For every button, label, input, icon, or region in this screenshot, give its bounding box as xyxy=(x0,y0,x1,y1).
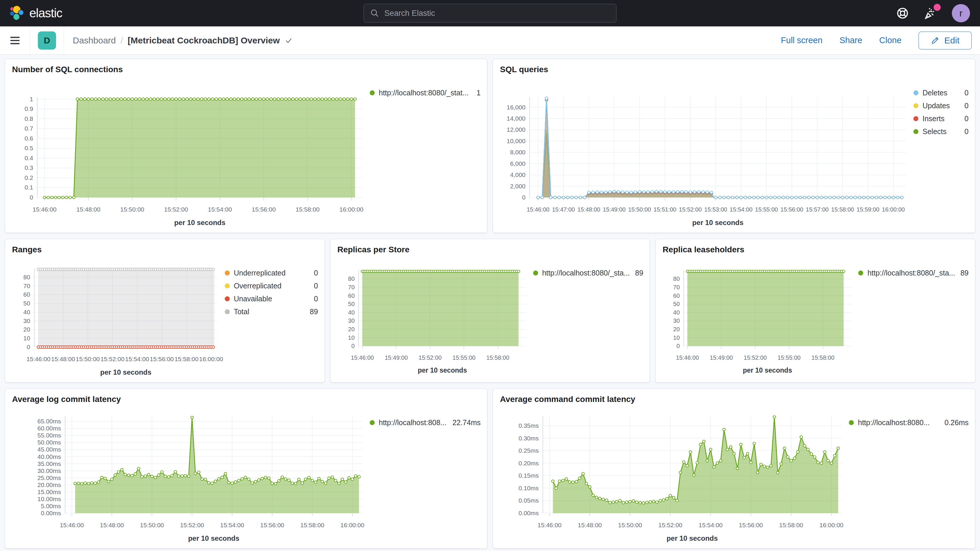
svg-text:per 10 seconds: per 10 seconds xyxy=(692,218,743,226)
full-screen-button[interactable]: Full screen xyxy=(781,35,822,45)
svg-text:70: 70 xyxy=(24,283,30,289)
legend-series-dot-icon xyxy=(913,116,918,121)
panel-replica-leaseholders: Replica leaseholders 8070605040302010015… xyxy=(655,239,975,382)
dashboard-badge[interactable]: D xyxy=(38,32,56,49)
legend-label: Inserts xyxy=(923,114,945,123)
breadcrumb-dashboard-link[interactable]: Dashboard xyxy=(73,35,116,46)
svg-text:15:59:00: 15:59:00 xyxy=(856,206,879,213)
svg-text:15:49:00: 15:49:00 xyxy=(710,354,733,361)
svg-text:per 10 seconds: per 10 seconds xyxy=(188,534,239,542)
svg-text:15:56:00: 15:56:00 xyxy=(781,206,803,213)
svg-text:30: 30 xyxy=(348,317,355,324)
svg-text:15:58:00: 15:58:00 xyxy=(486,354,509,361)
legend-series-dot-icon xyxy=(225,271,230,276)
svg-text:0: 0 xyxy=(27,344,30,350)
legend-value: 0 xyxy=(309,281,318,290)
legend-item[interactable]: http://localhost:808...22.74ms xyxy=(370,418,480,427)
legend-item[interactable]: Unavailable0 xyxy=(225,294,318,303)
svg-text:15:50:00: 15:50:00 xyxy=(140,522,164,529)
legend-label: http://localhost:8080/_stat... xyxy=(379,88,469,97)
svg-text:15:53:00: 15:53:00 xyxy=(704,206,727,213)
legend-series-dot-icon xyxy=(858,271,863,276)
svg-text:6,000: 6,000 xyxy=(510,160,525,167)
avatar-initial: r xyxy=(959,8,963,19)
legend-item[interactable]: http://localhost:8080/_sta...89 xyxy=(858,268,969,277)
user-avatar[interactable]: r xyxy=(952,4,970,22)
legend-label: Total xyxy=(234,307,250,316)
legend-item[interactable]: http://localhost:8080/_stat...1 xyxy=(370,88,480,97)
svg-text:15:54:00: 15:54:00 xyxy=(698,522,723,529)
svg-text:15:54:00: 15:54:00 xyxy=(730,206,752,213)
legend-item[interactable]: http://localhost:8080...0.26ms xyxy=(849,418,969,427)
svg-text:0.10ms: 0.10ms xyxy=(519,485,539,491)
chart-replicas-per-store[interactable]: 8070605040302010015:46:0015:49:0015:52:0… xyxy=(330,260,533,382)
svg-text:0.6: 0.6 xyxy=(25,135,33,142)
svg-text:5.00ms: 5.00ms xyxy=(41,503,61,510)
share-button[interactable]: Share xyxy=(840,35,862,45)
legend-item[interactable]: http://localhost:8080/_sta...89 xyxy=(533,268,643,277)
chart-avg-log-commit-latency[interactable]: 65.00ms60.00ms55.00ms50.00ms45.00ms40.00… xyxy=(5,409,370,548)
svg-text:40: 40 xyxy=(24,309,30,315)
chart-number-of-sql-connections[interactable]: 10.90.80.70.60.50.40.30.20.1015:46:0015:… xyxy=(5,80,370,233)
panel-avg-log-commit-latency: Average log commit latency 65.00ms60.00m… xyxy=(5,389,487,549)
legend-series-dot-icon xyxy=(533,271,538,276)
chart-sql-queries[interactable]: 16,00014,00012,00010,0008,0006,0004,0002… xyxy=(493,80,913,233)
svg-text:2,000: 2,000 xyxy=(510,183,525,190)
svg-text:15.00ms: 15.00ms xyxy=(37,489,61,495)
svg-text:40.00ms: 40.00ms xyxy=(37,453,61,460)
svg-text:per 10 seconds: per 10 seconds xyxy=(743,366,792,374)
dashboard-grid: Number of SQL connections 10.90.80.70.60… xyxy=(0,54,980,551)
help-button[interactable] xyxy=(896,6,910,20)
legend-value: 0 xyxy=(959,127,969,136)
svg-text:0: 0 xyxy=(351,343,355,349)
dashboard-row-3: Average log commit latency 65.00ms60.00m… xyxy=(5,389,975,549)
svg-text:15:48:00: 15:48:00 xyxy=(51,355,75,362)
svg-text:15:49:00: 15:49:00 xyxy=(385,354,408,361)
svg-text:15:46:00: 15:46:00 xyxy=(33,206,57,213)
legend-item[interactable]: Selects0 xyxy=(913,127,969,136)
legend-value: 89 xyxy=(955,268,969,277)
svg-text:80: 80 xyxy=(673,276,680,282)
legend-item[interactable]: Inserts0 xyxy=(913,114,969,123)
legend-item[interactable]: Updates0 xyxy=(913,101,969,110)
svg-text:50: 50 xyxy=(24,300,30,307)
svg-text:15:58:00: 15:58:00 xyxy=(300,522,324,529)
legend-label: http://localhost:8080/_sta... xyxy=(542,268,630,277)
search-input[interactable]: Search Elastic xyxy=(364,4,616,22)
svg-text:15:55:00: 15:55:00 xyxy=(755,206,778,213)
legend-series-dot-icon xyxy=(849,420,854,425)
svg-text:0.8: 0.8 xyxy=(25,115,33,122)
panel-avg-command-commit-latency: Average command commit latency 0.35ms0.3… xyxy=(493,389,975,549)
elastic-brand[interactable]: elastic xyxy=(9,5,62,21)
svg-text:15:52:00: 15:52:00 xyxy=(744,354,767,361)
legend-label: http://localhost:8080/_sta... xyxy=(867,268,955,277)
svg-text:35.00ms: 35.00ms xyxy=(37,460,61,467)
toolbar-actions: Full screen Share Clone Edit xyxy=(781,32,972,49)
whats-new-button[interactable] xyxy=(924,6,938,20)
legend-value: 22.74ms xyxy=(447,418,480,427)
svg-text:15:48:00: 15:48:00 xyxy=(578,522,602,529)
check-icon[interactable] xyxy=(285,37,293,45)
svg-text:60: 60 xyxy=(24,291,30,298)
clone-button[interactable]: Clone xyxy=(879,35,902,45)
panel-title: Average log commit latency xyxy=(5,389,487,409)
menu-button[interactable] xyxy=(0,26,30,54)
page-title: [Metricbeat CockroachDB] Overview xyxy=(127,35,280,46)
legend-item[interactable]: Total89 xyxy=(225,307,318,316)
legend-item[interactable]: Underreplicated0 xyxy=(225,268,318,277)
svg-text:0.9: 0.9 xyxy=(25,105,33,112)
svg-text:45.00ms: 45.00ms xyxy=(37,446,61,453)
legend-item[interactable]: Deletes0 xyxy=(913,88,969,97)
svg-text:20.00ms: 20.00ms xyxy=(37,481,61,488)
svg-text:15:54:00: 15:54:00 xyxy=(220,522,244,529)
svg-text:10: 10 xyxy=(24,335,30,341)
chart-replica-leaseholders[interactable]: 8070605040302010015:46:0015:49:0015:52:0… xyxy=(655,260,858,382)
chart-avg-command-commit-latency[interactable]: 0.35ms0.30ms0.25ms0.20ms0.15ms0.10ms0.05… xyxy=(493,409,849,548)
svg-text:15:49:00: 15:49:00 xyxy=(603,206,625,213)
chart-ranges[interactable]: 8070605040302010015:46:0015:48:0015:50:0… xyxy=(5,260,225,382)
legend-item[interactable]: Overreplicated0 xyxy=(225,281,318,290)
svg-text:15:50:00: 15:50:00 xyxy=(628,206,651,213)
edit-button[interactable]: Edit xyxy=(918,32,972,49)
svg-text:0.3: 0.3 xyxy=(25,164,33,171)
svg-text:0.20ms: 0.20ms xyxy=(519,460,539,467)
